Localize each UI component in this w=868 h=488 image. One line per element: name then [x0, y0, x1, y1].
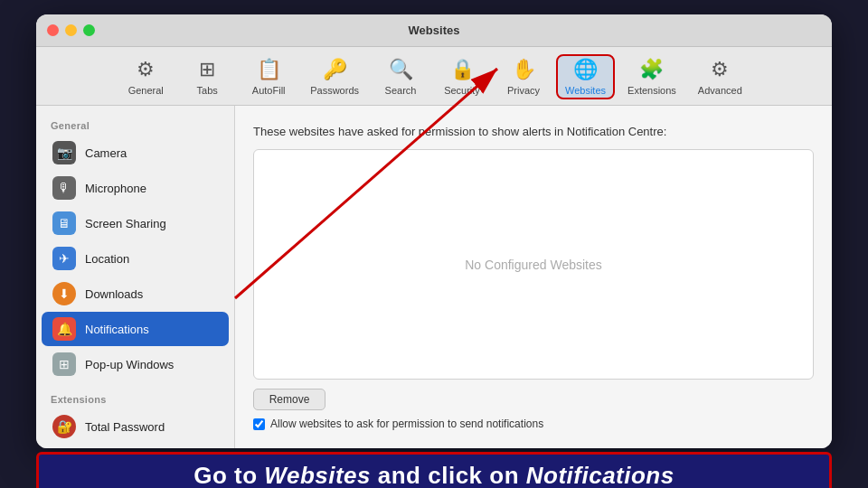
tabs-icon: ⊞ [199, 58, 215, 81]
toolbar-security[interactable]: 🔒 Security [433, 54, 491, 99]
extensions-section-label: Extensions [36, 390, 234, 408]
content-area: General 📷 Camera 🎙 Microphone 🖥 Screen S… [36, 106, 832, 448]
search-label: Search [385, 85, 417, 96]
notifications-icon: 🔔 [52, 317, 76, 341]
remove-button[interactable]: Remove [253, 389, 326, 410]
allow-notifications-label: Allow websites to ask for permission to … [270, 418, 543, 430]
sidebar-item-popup[interactable]: ⊞ Pop-up Windows [42, 347, 229, 381]
autofill-label: AutoFill [252, 85, 286, 96]
total-password-icon: 🔐 [52, 415, 76, 438]
sidebar-item-downloads[interactable]: ⬇ Downloads [42, 277, 229, 311]
traffic-lights [47, 24, 95, 36]
toolbar: ⚙ General ⊞ Tabs 📋 AutoFill 🔑 Passwords … [36, 47, 832, 106]
title-bar: Websites [36, 14, 832, 47]
security-label: Security [444, 85, 480, 96]
location-icon: ✈ [52, 247, 76, 270]
configured-websites-box: No Configured Websites [253, 149, 814, 380]
downloads-icon: ⬇ [52, 282, 76, 305]
microphone-label: Microphone [85, 182, 146, 195]
screen-sharing-icon: 🖥 [52, 211, 76, 235]
privacy-icon: ✋ [512, 58, 536, 81]
tabs-label: Tabs [197, 85, 218, 96]
downloads-label: Downloads [85, 287, 143, 301]
total-password-label: Total Password [85, 420, 165, 434]
maximize-button[interactable] [83, 24, 95, 36]
advanced-icon: ⚙ [711, 58, 729, 81]
location-label: Location [85, 252, 129, 266]
popup-label: Pop-up Windows [85, 358, 174, 371]
window-title: Websites [409, 23, 460, 37]
allow-notifications-checkbox[interactable] [253, 418, 265, 430]
extensions-icon: 🧩 [639, 58, 664, 81]
bottom-controls: Remove Allow websites to ask for permiss… [253, 389, 814, 430]
sidebar-item-camera[interactable]: 📷 Camera [42, 136, 229, 170]
general-icon: ⚙ [137, 58, 155, 81]
toolbar-advanced[interactable]: ⚙ Advanced [689, 54, 751, 99]
websites-label: Websites [565, 85, 606, 96]
sidebar-item-total-password[interactable]: 🔐 Total Password [42, 409, 229, 444]
mic-icon: 🎙 [52, 176, 76, 200]
advanced-label: Advanced [698, 85, 742, 96]
search-icon: 🔍 [389, 58, 413, 81]
general-section-label: General [36, 117, 234, 135]
general-label: General [128, 85, 164, 96]
safari-preferences-window: Websites ⚙ General ⊞ Tabs 📋 AutoFill 🔑 P… [36, 14, 832, 448]
toolbar-extensions[interactable]: 🧩 Extensions [618, 54, 685, 99]
sidebar-item-screen-sharing[interactable]: 🖥 Screen Sharing [42, 206, 229, 240]
passwords-label: Passwords [310, 85, 359, 96]
minimize-button[interactable] [65, 24, 77, 36]
screen-sharing-label: Screen Sharing [85, 217, 166, 230]
toolbar-search[interactable]: 🔍 Search [372, 54, 429, 99]
privacy-label: Privacy [507, 85, 540, 96]
camera-label: Camera [85, 146, 127, 160]
allow-notifications-row: Allow websites to ask for permission to … [253, 418, 814, 430]
main-panel: These websites have asked for permission… [235, 106, 832, 448]
toolbar-general[interactable]: ⚙ General [117, 54, 175, 99]
autofill-icon: 📋 [257, 58, 281, 81]
instruction-text: Go to Websites and click on Notification… [193, 462, 674, 489]
no-websites-text: No Configured Websites [465, 258, 601, 272]
notifications-label: Notifications [85, 323, 149, 336]
toolbar-websites[interactable]: 🌐 Websites [556, 54, 615, 99]
toolbar-tabs[interactable]: ⊞ Tabs [178, 54, 236, 99]
extensions-label: Extensions [627, 85, 676, 96]
websites-icon: 🌐 [573, 58, 598, 81]
passwords-icon: 🔑 [323, 58, 347, 81]
camera-icon: 📷 [52, 141, 76, 164]
close-button[interactable] [47, 24, 59, 36]
popup-icon: ⊞ [52, 352, 76, 376]
sidebar-item-location[interactable]: ✈ Location [42, 241, 229, 276]
toolbar-passwords[interactable]: 🔑 Passwords [301, 54, 368, 99]
toolbar-privacy[interactable]: ✋ Privacy [495, 54, 552, 99]
sidebar-item-microphone[interactable]: 🎙 Microphone [42, 171, 229, 205]
description-text: These websites have asked for permission… [253, 124, 814, 140]
instruction-bar: Go to Websites and click on Notification… [36, 452, 832, 488]
security-icon: 🔒 [450, 58, 475, 81]
sidebar: General 📷 Camera 🎙 Microphone 🖥 Screen S… [36, 106, 235, 448]
toolbar-autofill[interactable]: 📋 AutoFill [240, 54, 297, 99]
sidebar-item-notifications[interactable]: 🔔 Notifications [42, 312, 229, 346]
